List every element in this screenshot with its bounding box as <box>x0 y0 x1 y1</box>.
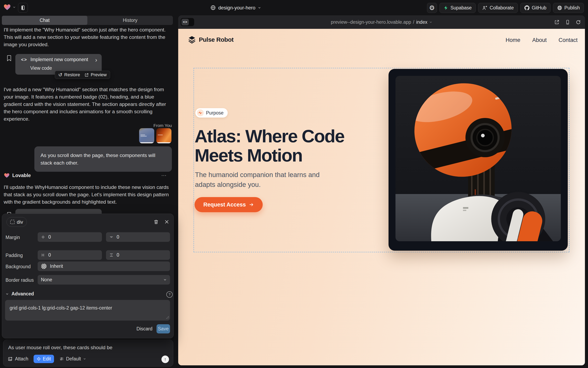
margin-x-input[interactable]: 0 <box>38 232 102 242</box>
project-switcher[interactable]: design-your-hero <box>210 0 261 15</box>
github-button[interactable]: GitHub <box>520 3 550 13</box>
delete-element-button[interactable] <box>152 218 160 226</box>
preview-url-domain: preview--design-your-hero.lovable.app <box>331 19 411 25</box>
close-panel-button[interactable] <box>163 218 171 226</box>
edit-label: Edit <box>43 356 51 362</box>
border-radius-label: Border radius <box>6 277 34 283</box>
mode-label: Default <box>66 356 81 362</box>
restore-label: Restore <box>64 72 80 77</box>
save-button[interactable]: Save <box>157 324 170 333</box>
supabase-button[interactable]: Supabase <box>439 3 476 13</box>
nav-link-home[interactable]: Home <box>506 37 520 43</box>
publish-globe-icon <box>557 5 562 10</box>
nav-link-contact[interactable]: Contact <box>559 37 578 43</box>
nav-link-about[interactable]: About <box>532 37 547 43</box>
view-code-link[interactable]: View code <box>30 65 52 71</box>
background-value: Inherit <box>50 264 63 269</box>
send-button[interactable]: ↑ <box>161 356 169 363</box>
margin-y-input[interactable]: 0 <box>106 232 170 242</box>
send-arrow-icon: ↑ <box>164 357 166 362</box>
lovable-heart-icon <box>4 172 10 178</box>
attachment-thumbnail-1[interactable] <box>139 128 154 143</box>
help-icon[interactable]: ? <box>166 291 173 298</box>
hero-heading-line-1: Atlas: Where Code <box>195 127 344 146</box>
select-chevron-icon <box>163 278 167 282</box>
preview-url-bar[interactable]: preview--design-your-hero.lovable.app / … <box>178 15 585 29</box>
edit-mode-button[interactable]: Edit <box>34 355 54 363</box>
background-input[interactable]: Inherit <box>38 261 170 271</box>
chevron-down-icon <box>13 6 16 9</box>
bookmark-icon[interactable] <box>6 55 12 62</box>
collaborate-button[interactable]: Collaborate <box>478 3 518 13</box>
collapse-chevron-icon <box>6 292 9 296</box>
restore-button[interactable]: ↺ Restore <box>58 72 80 77</box>
tab-chat-label: Chat <box>40 18 50 23</box>
preview-panel: <> preview--design-your-hero.lovable.app… <box>178 15 585 365</box>
mobile-view-button[interactable] <box>565 20 570 25</box>
tab-history-label: History <box>123 18 137 23</box>
selected-element-tag: div <box>17 219 23 225</box>
resize-handle[interactable] <box>166 316 169 319</box>
publish-label: Publish <box>564 5 580 11</box>
lovable-logo-icon <box>3 3 11 11</box>
message-menu-button[interactable]: ⋯ <box>161 172 167 179</box>
padding-x-input[interactable]: 0 <box>38 250 102 260</box>
app-window: design-your-hero ⚙ Supabase <box>0 0 588 368</box>
agent-name: Lovable <box>12 173 31 178</box>
padding-y-value: 0 <box>117 252 119 258</box>
selected-element-chip[interactable]: div <box>7 217 27 227</box>
user-message: As you scroll down the page, these compo… <box>34 146 172 172</box>
top-bar: design-your-hero ⚙ Supabase <box>0 0 588 15</box>
request-access-button[interactable]: Request Access <box>195 197 263 212</box>
open-external-button[interactable] <box>554 19 560 25</box>
advanced-classes-input[interactable]: grid grid-cols-1 lg:grid-cols-2 gap-12 i… <box>5 300 170 321</box>
hero-subheading: The humanoid companion that learns and a… <box>195 170 334 190</box>
chat-history-tabs: Chat History <box>2 16 173 25</box>
edit-target-icon <box>37 357 41 361</box>
globe-icon <box>210 5 216 10</box>
site-navbar: Pulse Robot Home About Contact <box>188 35 578 48</box>
chevron-right-icon: › <box>95 56 97 63</box>
purpose-badge-label: Purpose <box>206 110 224 116</box>
code-icon: <> <box>21 57 27 62</box>
external-link-icon <box>85 73 89 77</box>
site-brand[interactable]: Pulse Robot <box>188 35 234 44</box>
preview-viewport: Pulse Robot Home About Contact Purpose A… <box>178 29 585 365</box>
chat-input[interactable]: As user mouse roll over, these cards sho… <box>8 345 168 350</box>
collaborate-icon <box>482 5 487 10</box>
gear-icon: ⚙ <box>429 5 435 11</box>
discard-button[interactable]: Discard <box>136 324 153 333</box>
attach-button[interactable]: Attach <box>8 356 28 362</box>
padding-y-input[interactable]: 0 <box>106 250 170 260</box>
lovable-menu-button[interactable] <box>3 3 16 11</box>
padding-horizontal-icon <box>41 253 45 257</box>
publish-button[interactable]: Publish <box>553 3 584 13</box>
attachment-thumbnail-2[interactable] <box>156 128 171 143</box>
border-radius-select[interactable]: None <box>38 275 170 285</box>
panel-left-icon <box>20 5 26 10</box>
transparency-swatch-icon <box>41 263 47 269</box>
margin-y-value: 0 <box>117 234 119 240</box>
mode-select[interactable]: Default <box>59 356 86 362</box>
arrow-right-icon <box>249 202 254 207</box>
dropdown-chevron-icon <box>83 357 86 360</box>
preview-header: <> preview--design-your-hero.lovable.app… <box>178 15 585 29</box>
site-nav-links: Home About Contact <box>506 37 578 43</box>
supabase-label: Supabase <box>451 5 472 11</box>
layers-logo-icon <box>188 35 196 44</box>
advanced-section-toggle[interactable]: Advanced <box>6 291 34 297</box>
refresh-button[interactable] <box>576 20 581 25</box>
restore-icon: ↺ <box>58 72 62 77</box>
preview-button[interactable]: Preview <box>85 72 107 77</box>
settings-button[interactable]: ⚙ <box>427 3 437 13</box>
tab-history[interactable]: History <box>87 16 173 25</box>
assistant-message-3: I'll update the WhyHumanoid component to… <box>4 184 170 206</box>
from-you-label: From You <box>4 123 172 128</box>
github-icon <box>524 5 530 10</box>
sidebar-toggle-button[interactable] <box>18 3 28 13</box>
tab-chat[interactable]: Chat <box>2 16 87 25</box>
collaborate-label: Collaborate <box>490 5 514 11</box>
composer-toolbar: Attach Edit Default <box>8 355 86 363</box>
attach-label: Attach <box>15 356 28 362</box>
robot-image <box>396 76 561 241</box>
